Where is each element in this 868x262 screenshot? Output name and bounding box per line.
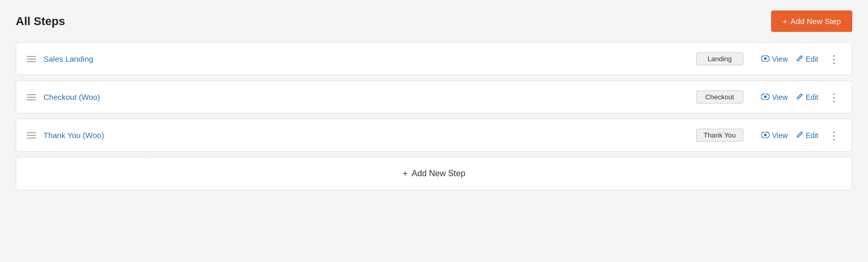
- more-menu-step-1[interactable]: ⋮: [827, 54, 841, 64]
- step-badge-landing: Landing: [696, 52, 743, 65]
- page-title: All Steps: [16, 15, 65, 28]
- drag-handle[interactable]: [27, 56, 36, 62]
- plus-icon-top: +: [783, 17, 787, 26]
- eye-icon-step-2: [761, 93, 770, 101]
- step-badge-checkout: Checkout: [696, 90, 743, 104]
- more-menu-step-3[interactable]: ⋮: [827, 130, 841, 141]
- step-badge-thank-you: Thank You: [696, 129, 743, 142]
- step-name-sales-landing[interactable]: Sales Landing: [43, 54, 689, 63]
- edit-label-step-2: Edit: [806, 93, 818, 101]
- view-label-step-1: View: [772, 55, 788, 63]
- view-label-step-2: View: [772, 93, 788, 101]
- page-header: All Steps + Add New Step: [16, 10, 852, 32]
- step-actions: View Edit ⋮: [761, 92, 841, 102]
- eye-icon-step-3: [761, 131, 770, 140]
- drag-handle[interactable]: [27, 132, 36, 139]
- table-row: Thank You (Woo) Thank You View Edit: [16, 119, 852, 152]
- edit-link-step-3[interactable]: Edit: [796, 131, 818, 140]
- pencil-icon-step-1: [796, 55, 803, 63]
- view-link-step-3[interactable]: View: [761, 131, 788, 140]
- eye-icon-step-1: [761, 55, 770, 63]
- view-link-step-1[interactable]: View: [761, 55, 788, 63]
- drag-handle[interactable]: [27, 94, 36, 100]
- pencil-icon-step-2: [796, 93, 803, 101]
- view-link-step-2[interactable]: View: [761, 93, 788, 101]
- step-name-checkout-woo[interactable]: Checkout (Woo): [43, 93, 689, 101]
- table-row: Checkout (Woo) Checkout View Edit: [16, 81, 852, 113]
- edit-link-step-2[interactable]: Edit: [796, 93, 818, 101]
- step-actions: View Edit ⋮: [761, 130, 841, 141]
- table-row: Sales Landing Landing View Edit: [16, 42, 852, 75]
- step-name-thank-you-woo[interactable]: Thank You (Woo): [43, 131, 689, 140]
- pencil-icon-step-3: [796, 131, 803, 140]
- view-label-step-3: View: [772, 131, 788, 140]
- steps-list: Sales Landing Landing View Edit: [16, 42, 852, 152]
- edit-label-step-1: Edit: [806, 55, 818, 63]
- add-new-step-footer[interactable]: + Add New Step: [16, 157, 852, 190]
- svg-point-5: [764, 133, 766, 136]
- add-new-step-button-top[interactable]: + Add New Step: [771, 10, 852, 32]
- add-new-step-footer-label: Add New Step: [412, 169, 465, 178]
- add-new-step-label-top: Add New Step: [790, 17, 841, 26]
- step-actions: View Edit ⋮: [761, 54, 841, 64]
- more-menu-step-2[interactable]: ⋮: [827, 92, 841, 102]
- svg-point-1: [764, 57, 766, 60]
- edit-link-step-1[interactable]: Edit: [796, 55, 818, 63]
- edit-label-step-3: Edit: [806, 131, 818, 140]
- plus-icon-footer: +: [403, 169, 408, 178]
- svg-point-3: [764, 95, 766, 98]
